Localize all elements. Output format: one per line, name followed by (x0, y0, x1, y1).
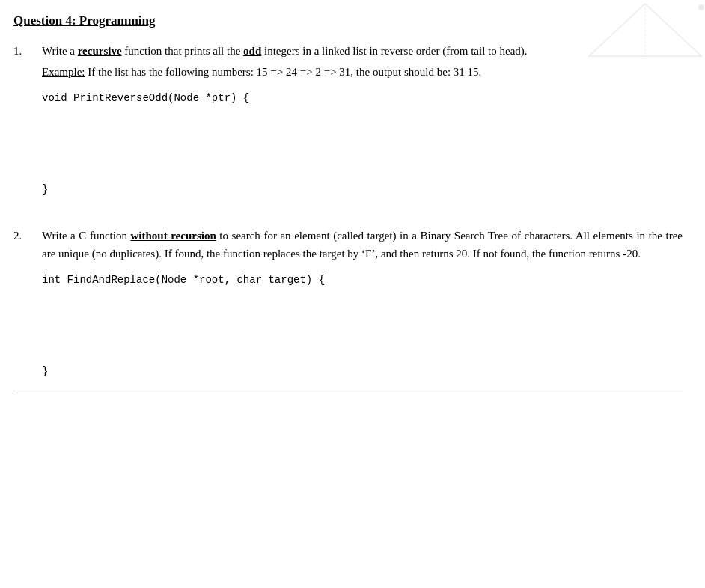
q1-example-label: Example: (42, 66, 85, 78)
question-1-item: 1. Write a recursive function that print… (13, 42, 683, 201)
decoration-triangle (585, 0, 705, 60)
question-body: 1. Write a recursive function that print… (13, 42, 683, 383)
q1-text-before-recursive: Write a (42, 45, 78, 57)
q2-closing-brace: } (42, 363, 683, 379)
q1-text-after-odd: integers in a linked list in reverse ord… (261, 45, 527, 57)
q2-paragraph1: Write a C function without recursion to … (42, 227, 683, 263)
svg-point-5 (698, 4, 704, 10)
q2-text-before: Write a C function (42, 230, 130, 242)
q1-closing-brace: } (42, 181, 683, 197)
q1-odd-word: odd (243, 45, 261, 57)
q2-number: 2. (13, 227, 42, 383)
bottom-divider (13, 391, 683, 391)
q1-example: Example: If the list has the following n… (42, 63, 683, 81)
q2-content: Write a C function without recursion to … (42, 227, 683, 383)
question-2-item: 2. Write a C function without recursion … (13, 227, 683, 383)
q1-number: 1. (13, 42, 42, 201)
question-title: Question 4: Programming (13, 13, 683, 28)
q1-code: void PrintReverseOdd(Node *ptr) { (42, 90, 683, 106)
q1-recursive-word: recursive (78, 45, 122, 57)
q1-content: Write a recursive function that prints a… (42, 42, 683, 201)
page: Question 4: Programming 1. Write a recur… (0, 0, 705, 588)
svg-line-2 (589, 4, 645, 56)
q1-example-text: If the list has the following numbers: 1… (85, 66, 481, 78)
q2-without-recursion: without recursion (130, 230, 216, 242)
svg-line-1 (645, 4, 701, 56)
q1-text-after-recursive: function that prints all the (122, 45, 243, 57)
q2-code: int FindAndReplace(Node *root, char targ… (42, 272, 683, 288)
